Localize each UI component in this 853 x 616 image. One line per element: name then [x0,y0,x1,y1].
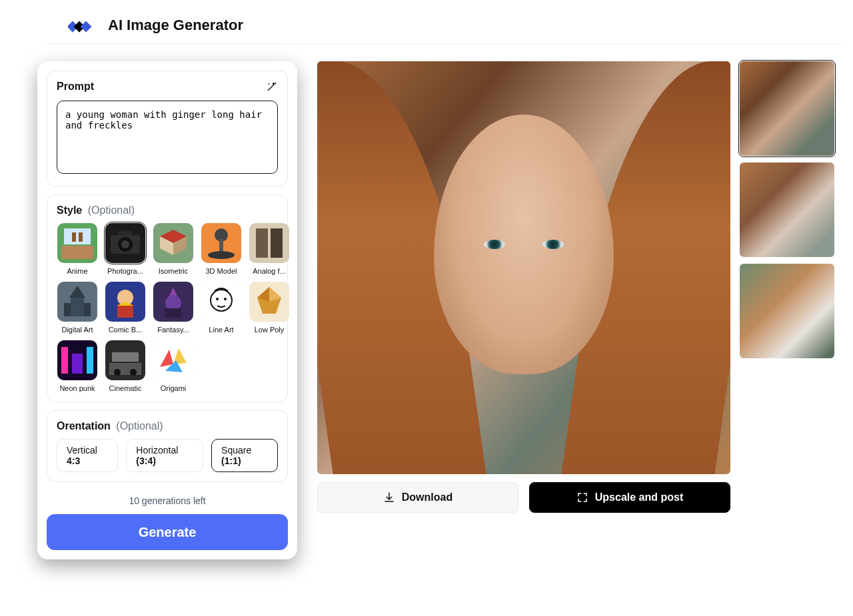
svg-rect-5 [61,246,93,259]
prompt-card: Prompt [47,71,288,186]
svg-rect-6 [64,228,91,244]
svg-rect-22 [249,223,289,263]
origami-style-icon [153,340,193,380]
style-option-label: Fantasy... [153,326,194,334]
style-card: Style (Optional) AnimePhotogra...Isometr… [47,194,288,402]
style-option-camera[interactable]: Photogra... [105,223,146,275]
orientation-optional-label: (Optional) [116,420,163,432]
three-d-style-icon [201,223,241,263]
style-optional-label: (Optional) [88,204,135,216]
svg-rect-13 [119,231,132,236]
svg-rect-7 [72,232,76,242]
orientation-option-ratio: 4:3 [67,456,80,466]
svg-point-54 [130,369,137,376]
style-option-label: Photogra... [105,267,146,275]
svg-point-3 [269,83,270,85]
style-option-neon[interactable]: Neon punk [57,340,98,392]
svg-point-21 [208,251,235,259]
style-option-label: Line Art [201,326,242,334]
style-option-label: Isometric [153,267,194,275]
svg-rect-37 [165,308,181,318]
app-logo-icon [68,16,97,35]
expand-icon [576,491,588,503]
preview-actions: Download Upscale and post [317,482,730,513]
orientation-card: Orentation (Optional) Vertical 4:3Horizo… [47,410,288,482]
style-option-label: Cinematic [105,384,146,392]
style-option-label: Origami [153,384,194,392]
svg-rect-24 [271,228,283,258]
style-option-analog[interactable]: Analog f... [249,223,290,275]
castle-style-icon [57,282,97,322]
svg-rect-49 [72,354,83,374]
controls-panel: Prompt Style (Optional) AnimePhot [37,61,297,559]
result-thumb-3[interactable] [740,264,834,358]
style-option-castle[interactable]: Digital Art [57,282,98,334]
svg-point-12 [121,240,129,248]
iso-style-icon [153,223,193,263]
svg-rect-55 [153,340,193,380]
fantasy-style-icon [153,282,193,322]
style-option-label: Neon punk [57,384,98,392]
download-icon [383,491,395,503]
comic-style-icon [105,282,145,322]
prompt-input[interactable] [57,101,278,174]
orientation-option-ratio: (3:4) [136,456,156,466]
orientation-option-horizontal[interactable]: Horizontal (3:4) [126,439,203,472]
result-thumb-2[interactable] [740,162,834,257]
svg-rect-47 [61,347,68,374]
style-section-title: Style (Optional) [57,204,135,216]
svg-rect-29 [84,303,91,316]
orientation-options: Vertical 4:3Horizontal (3:4)Square (1:1) [57,439,278,472]
style-option-lowpoly[interactable]: Low Poly [249,282,290,334]
style-option-cinema[interactable]: Cinematic [105,340,146,392]
svg-rect-8 [79,232,83,242]
orientation-option-label: Vertical [67,445,97,456]
style-option-anime[interactable]: Anime [57,223,98,275]
svg-point-41 [224,298,227,300]
style-option-label: Anime [57,267,98,275]
style-option-label: Low Poly [249,326,290,334]
cinema-style-icon [105,340,145,380]
svg-rect-52 [112,352,139,362]
lineart-style-icon [201,282,241,322]
orientation-section-title: Orentation (Optional) [57,420,278,432]
style-option-three-d[interactable]: 3D Model [201,223,242,275]
download-button[interactable]: Download [317,482,518,513]
style-option-fantasy[interactable]: Fantasy... [153,282,194,334]
preview-image[interactable] [317,61,730,474]
orientation-option-vertical[interactable]: Vertical 4:3 [57,439,118,472]
generate-button[interactable]: Generate [47,514,288,550]
lowpoly-style-icon [249,282,289,322]
magic-prompt-icon[interactable] [266,81,278,93]
style-grid: AnimePhotogra...Isometric3D ModelAnalog … [57,223,278,392]
orientation-option-ratio: (1:1) [221,456,241,466]
style-option-iso[interactable]: Isometric [153,223,194,275]
svg-point-40 [216,298,219,300]
orientation-section-label: Orentation [57,420,111,432]
download-label: Download [402,491,452,503]
orientation-option-label: Square [221,445,251,456]
upscale-label: Upscale and post [595,491,683,503]
svg-rect-23 [256,228,268,258]
result-thumbnails [740,61,834,358]
svg-point-53 [114,369,121,376]
style-option-origami[interactable]: Origami [153,340,194,392]
result-thumb-1[interactable] [740,61,834,156]
topbar: AI Image Generator [45,7,842,44]
style-option-label: Comic B... [105,326,146,334]
style-option-lineart[interactable]: Line Art [201,282,242,334]
page-title: AI Image Generator [108,17,243,34]
svg-rect-2 [81,21,92,32]
svg-rect-32 [117,304,133,318]
svg-rect-28 [64,303,71,316]
upscale-post-button[interactable]: Upscale and post [529,482,730,513]
style-option-label: Digital Art [57,326,98,334]
style-section-label: Style [57,204,82,216]
app-shell: AI Image Generator Prompt Sty [0,0,853,616]
style-option-comic[interactable]: Comic B... [105,282,146,334]
style-option-label: 3D Model [201,267,242,275]
camera-style-icon [105,223,145,263]
orientation-option-square[interactable]: Square (1:1) [211,439,278,472]
neon-style-icon [57,340,97,380]
analog-style-icon [249,223,289,263]
